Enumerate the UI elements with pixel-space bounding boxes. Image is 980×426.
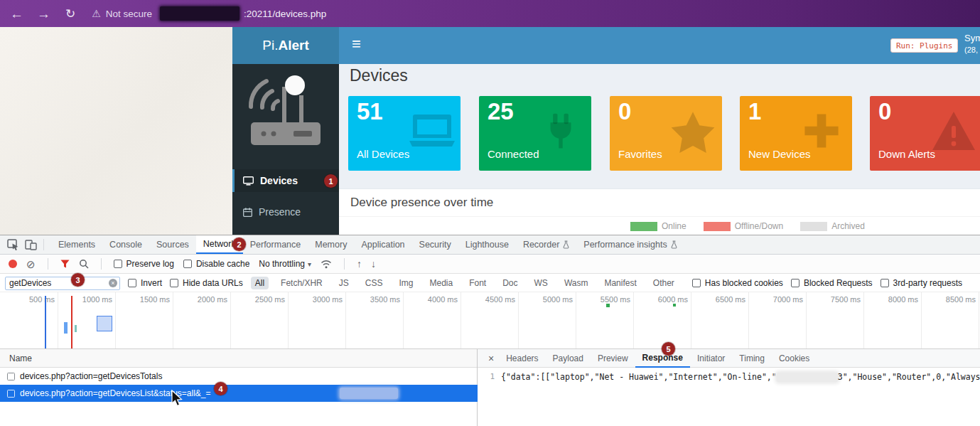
device-toolbar-icon[interactable] bbox=[25, 240, 37, 250]
tab-sources[interactable]: Sources bbox=[149, 235, 196, 254]
record-network-log-icon[interactable] bbox=[9, 260, 17, 268]
close-icon[interactable]: × bbox=[488, 353, 494, 364]
checkbox[interactable] bbox=[128, 279, 136, 287]
tab-cookies[interactable]: Cookies bbox=[772, 349, 817, 368]
checkbox[interactable] bbox=[692, 279, 701, 287]
tab-application[interactable]: Application bbox=[354, 235, 411, 254]
request-row-devices-list-selected[interactable]: devices.php?action=getDevicesList&status… bbox=[0, 385, 478, 402]
import-har-icon[interactable]: ↑ bbox=[357, 259, 362, 269]
filter-chip-img[interactable]: Img bbox=[394, 277, 417, 289]
checkbox-label[interactable]: 3rd-party requests bbox=[893, 278, 962, 288]
forward-icon[interactable]: → bbox=[37, 7, 50, 21]
time-tick: 8500 ms bbox=[923, 295, 976, 304]
clear-network-log-icon[interactable]: ⊘ bbox=[26, 259, 36, 270]
filter-chip-wasm[interactable]: Wasm bbox=[560, 277, 593, 289]
card-down-alerts[interactable]: 0 Down Alerts bbox=[870, 96, 980, 171]
checkbox-label[interactable]: Disable cache bbox=[196, 259, 249, 269]
tab-recorder[interactable]: Recorder bbox=[516, 235, 576, 254]
inspect-element-icon[interactable] bbox=[7, 239, 19, 250]
filter-chip-css[interactable]: CSS bbox=[361, 277, 387, 289]
network-overview-timeline[interactable]: 500 ms 1000 ms 1500 ms 2000 ms 2500 ms 3… bbox=[0, 292, 980, 349]
tab-elements[interactable]: Elements bbox=[51, 235, 102, 254]
hamburger-icon[interactable]: ≡ bbox=[352, 35, 361, 53]
tab-preview[interactable]: Preview bbox=[591, 349, 635, 368]
tab-performance-insights[interactable]: Performance insights bbox=[576, 235, 684, 254]
throttling-select[interactable]: No throttling ▾ bbox=[259, 259, 311, 269]
address-bar-url[interactable]: :20211/devices.php bbox=[244, 9, 326, 19]
checkbox[interactable] bbox=[791, 279, 799, 287]
load-event-marker bbox=[71, 296, 72, 348]
tab-initiator[interactable]: Initiator bbox=[690, 349, 732, 368]
filter-chip-fetch-xhr[interactable]: Fetch/XHR bbox=[276, 277, 327, 289]
tab-timing[interactable]: Timing bbox=[732, 349, 772, 368]
back-icon[interactable]: ← bbox=[10, 7, 23, 21]
filter-chip-doc[interactable]: Doc bbox=[498, 277, 522, 289]
checkbox[interactable] bbox=[114, 260, 122, 268]
card-favorites[interactable]: 0 Favorites bbox=[610, 96, 722, 171]
disable-cache-checkbox[interactable]: Disable cache bbox=[183, 259, 249, 269]
filter-chip-js[interactable]: JS bbox=[335, 277, 353, 289]
refresh-icon[interactable]: ↻ bbox=[65, 8, 75, 20]
run-plugins-button[interactable]: Run: Plugins bbox=[890, 38, 958, 53]
clear-filter-icon[interactable]: × bbox=[109, 279, 117, 287]
checkbox[interactable] bbox=[881, 279, 889, 287]
blocked-requests-checkbox[interactable]: Blocked Requests bbox=[791, 278, 873, 288]
tab-payload[interactable]: Payload bbox=[546, 349, 591, 368]
search-icon[interactable] bbox=[79, 259, 89, 269]
card-connected[interactable]: 25 Connected bbox=[479, 96, 591, 171]
name-column-header[interactable]: Name bbox=[9, 353, 32, 363]
devtools-panel: Elements Console Sources Network Perform… bbox=[0, 235, 980, 426]
preserve-log-checkbox[interactable]: Preserve log bbox=[114, 259, 174, 269]
gridline bbox=[748, 292, 749, 349]
sidebar-item-devices[interactable]: Devices bbox=[232, 169, 339, 192]
filter-chip-media[interactable]: Media bbox=[425, 277, 457, 289]
checkbox-label[interactable]: Invert bbox=[141, 278, 162, 288]
card-label: Connected bbox=[488, 148, 539, 160]
checkbox-label[interactable]: Hide data URLs bbox=[183, 278, 243, 288]
network-filter-input[interactable] bbox=[5, 277, 120, 290]
tab-console[interactable]: Console bbox=[102, 235, 149, 254]
legend-label: Online bbox=[662, 221, 686, 231]
legend-item-online: Online bbox=[630, 221, 686, 231]
checkbox-label[interactable]: Blocked Requests bbox=[804, 278, 873, 288]
filter-funnel-icon[interactable] bbox=[60, 260, 70, 268]
waterfall-dot bbox=[606, 304, 610, 307]
checkbox-label[interactable]: Has blocked cookies bbox=[705, 278, 783, 288]
divider bbox=[344, 258, 345, 270]
not-secure-label[interactable]: Not secure bbox=[106, 9, 152, 19]
tab-performance[interactable]: Performance bbox=[243, 235, 308, 254]
hide-data-urls-checkbox[interactable]: Hide data URLs bbox=[170, 278, 243, 288]
filter-chip-other[interactable]: Other bbox=[649, 277, 679, 289]
tab-security[interactable]: Security bbox=[412, 235, 458, 254]
card-value: 0 bbox=[878, 98, 891, 125]
redacted-response-value bbox=[777, 373, 838, 382]
filter-chip-manifest[interactable]: Manifest bbox=[600, 277, 640, 289]
annotation-badge-3: 3 bbox=[71, 273, 85, 287]
invert-checkbox[interactable]: Invert bbox=[128, 278, 162, 288]
mouse-cursor bbox=[171, 390, 184, 408]
filter-chip-font[interactable]: Font bbox=[465, 277, 490, 289]
sidebar-item-presence[interactable]: Presence bbox=[232, 201, 339, 223]
waterfall-bar bbox=[64, 322, 68, 334]
tab-label: Preview bbox=[598, 353, 628, 363]
card-all-devices[interactable]: 51 All Devices bbox=[348, 96, 461, 171]
tab-headers[interactable]: Headers bbox=[499, 349, 545, 368]
card-new-devices[interactable]: 1 New Devices bbox=[740, 96, 852, 171]
export-har-icon[interactable]: ↓ bbox=[371, 259, 376, 269]
tab-lighthouse[interactable]: Lighthouse bbox=[458, 235, 516, 254]
time-tick: 3000 ms bbox=[290, 295, 343, 304]
filter-chip-all[interactable]: All bbox=[251, 277, 269, 289]
tab-memory[interactable]: Memory bbox=[308, 235, 354, 254]
request-row-totals[interactable]: devices.php?action=getDevicesTotals bbox=[0, 368, 478, 385]
checkbox[interactable] bbox=[170, 279, 178, 287]
checkbox[interactable] bbox=[183, 260, 192, 268]
has-blocked-cookies-checkbox[interactable]: Has blocked cookies bbox=[692, 278, 783, 288]
filter-chip-ws[interactable]: WS bbox=[530, 277, 552, 289]
request-list-header[interactable]: Name bbox=[0, 349, 477, 368]
checkbox-label[interactable]: Preserve log bbox=[126, 259, 174, 269]
response-body[interactable]: 1 {"data":[["laptop","Net - Huawei","Int… bbox=[478, 368, 980, 426]
pialert-logo[interactable]: Pi.Alert bbox=[232, 27, 339, 64]
page-title: Devices bbox=[350, 66, 408, 85]
network-conditions-icon[interactable] bbox=[321, 260, 332, 269]
third-party-requests-checkbox[interactable]: 3rd-party requests bbox=[881, 278, 962, 288]
